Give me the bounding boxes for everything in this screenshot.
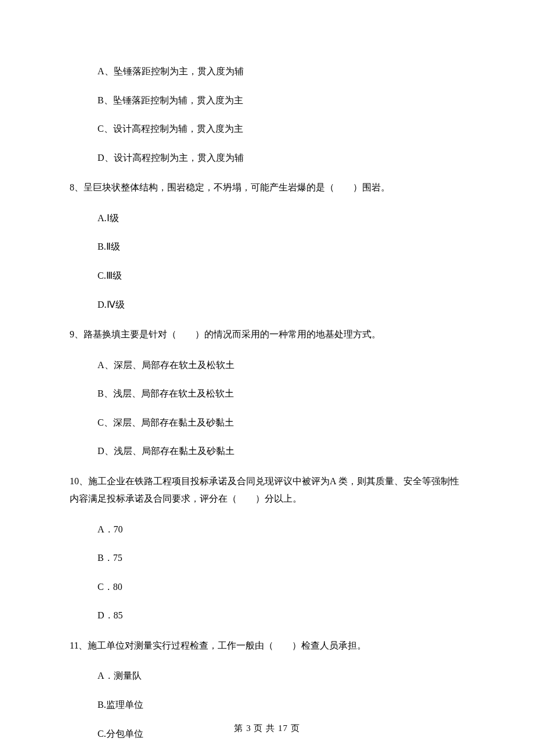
q8-option-b: B.Ⅱ级 xyxy=(70,239,464,254)
q11-text: 11、施工单位对测量实行过程检查，工作一般由（ ）检查人员承担。 xyxy=(70,637,464,654)
q10-option-d: D．85 xyxy=(70,608,464,623)
q11-option-a: A．测量队 xyxy=(70,668,464,683)
q10-text: 10、施工企业在铁路工程项目投标承诺及合同兑现评议中被评为A 类，则其质量、安全… xyxy=(70,473,464,508)
q8-option-c: C.Ⅲ级 xyxy=(70,268,464,283)
q9-option-d: D、浅层、局部存在黏土及砂黏土 xyxy=(70,444,464,459)
q7-option-b: B、坠锤落距控制为辅，贯入度为主 xyxy=(70,93,464,108)
q9-text: 9、路基换填主要是针对（ ）的情况而采用的一种常用的地基处理方式。 xyxy=(70,326,464,343)
q7-option-a: A、坠锤落距控制为主，贯入度为辅 xyxy=(70,64,464,79)
q9-option-c: C、深层、局部存在黏土及砂黏土 xyxy=(70,415,464,430)
q8-option-a: A.Ⅰ级 xyxy=(70,211,464,226)
page-footer: 第 3 页 共 17 页 xyxy=(0,723,534,734)
q8-text: 8、呈巨块状整体结构，围岩稳定，不坍塌，可能产生岩爆的是（ ）围岩。 xyxy=(70,179,464,196)
q9-option-b: B、浅层、局部存在软土及松软土 xyxy=(70,386,464,401)
page-content: A、坠锤落距控制为主，贯入度为辅 B、坠锤落距控制为辅，贯入度为主 C、设计高程… xyxy=(0,0,534,756)
q7-option-c: C、设计高程控制为辅，贯入度为主 xyxy=(70,121,464,136)
q7-option-d: D、设计高程控制为主，贯入度为辅 xyxy=(70,150,464,165)
q10-option-b: B．75 xyxy=(70,550,464,566)
q10-option-c: C．80 xyxy=(70,579,464,595)
q8-option-d: D.Ⅳ级 xyxy=(70,297,464,312)
q9-option-a: A、深层、局部存在软土及松软土 xyxy=(70,358,464,373)
q10-option-a: A．70 xyxy=(70,522,464,537)
q11-option-b: B.监理单位 xyxy=(70,697,464,712)
